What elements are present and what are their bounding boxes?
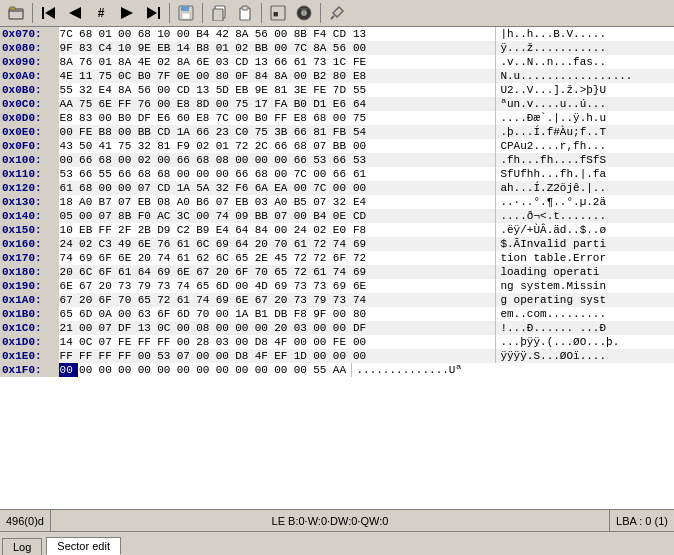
hex-cell[interactable]: 68 [312, 111, 332, 125]
hex-cell[interactable]: 53 [352, 153, 496, 167]
hex-cell[interactable]: 73 [312, 55, 332, 69]
hex-cell[interactable]: 76 [78, 55, 98, 69]
hex-cell[interactable]: 74 [332, 237, 352, 251]
hex-cell[interactable]: F0 [137, 209, 157, 223]
hex-cell[interactable]: 74 [59, 251, 79, 265]
hex-cell[interactable]: 14 [59, 335, 79, 349]
hex-cell[interactable]: FF [273, 111, 293, 125]
hex-cell[interactable]: 6E [234, 293, 254, 307]
hex-cell[interactable]: 3C [176, 209, 196, 223]
hex-cell[interactable]: 02 [195, 139, 215, 153]
hex-cell[interactable]: 75 [117, 139, 137, 153]
hex-cell[interactable]: 83 [78, 111, 98, 125]
hex-cell[interactable]: B5 [293, 195, 313, 209]
hex-cell[interactable]: 10 [117, 41, 137, 55]
hex-cell[interactable]: 24 [293, 223, 313, 237]
hex-cell[interactable]: 73 [156, 279, 176, 293]
hex-cell[interactable]: 7C [215, 111, 235, 125]
hex-cell[interactable]: 00 [195, 167, 215, 181]
hex-cell[interactable]: 76 [156, 237, 176, 251]
hex-cell[interactable]: 00 [352, 181, 496, 195]
hex-cell[interactable]: B7 [98, 195, 118, 209]
hex-cell[interactable]: 65 [234, 251, 254, 265]
hex-cell[interactable]: 81 [156, 139, 176, 153]
hex-cell[interactable]: FF [156, 335, 176, 349]
hex-cell[interactable]: 55 [59, 83, 79, 97]
hex-cell[interactable]: 00 [273, 41, 293, 55]
hex-cell[interactable]: 07 [98, 335, 118, 349]
hex-cell[interactable]: 61 [176, 251, 196, 265]
hex-cell[interactable]: EB [137, 195, 157, 209]
hex-cell[interactable]: E8 [59, 111, 79, 125]
hex-cell[interactable]: 00 [59, 125, 79, 139]
hex-cell[interactable]: 21 [59, 321, 79, 335]
hex-cell[interactable]: 66 [293, 125, 313, 139]
hex-cell[interactable]: 7D [332, 83, 352, 97]
hex-cell[interactable]: 6F [234, 265, 254, 279]
hex-cell[interactable]: 00 [332, 181, 352, 195]
hex-cell[interactable]: 70 [254, 265, 274, 279]
hex-cell[interactable]: 01 [215, 41, 235, 55]
table-row[interactable]: 0x1D0:140C07FEFFFF00280300D84F0000FE00..… [0, 335, 674, 349]
hex-cell[interactable]: CD [156, 181, 176, 195]
hex-cell[interactable]: 6E [137, 237, 157, 251]
hex-cell[interactable]: 68 [156, 167, 176, 181]
hex-cell[interactable]: EB [156, 41, 176, 55]
hex-cell[interactable]: 00 [59, 153, 79, 167]
hex-cell[interactable]: 00 [293, 181, 313, 195]
hex-cell[interactable]: CD [332, 27, 352, 41]
hex-cell[interactable]: 64 [234, 237, 254, 251]
next-button[interactable] [115, 2, 139, 24]
hex-cell[interactable]: 00 [156, 97, 176, 111]
hex-cell[interactable]: CD [352, 209, 496, 223]
hex-cell[interactable]: 00 [273, 363, 293, 377]
hex-cell[interactable]: 74 [195, 293, 215, 307]
hex-cell[interactable]: FE [352, 55, 496, 69]
hex-cell[interactable]: 3E [293, 83, 313, 97]
hex-cell[interactable]: 73 [293, 293, 313, 307]
hex-cell[interactable]: E0 [332, 223, 352, 237]
hex-cell[interactable]: B9 [195, 223, 215, 237]
hex-cell[interactable]: 7C [59, 27, 79, 41]
hex-cell[interactable]: 00 [273, 27, 293, 41]
hex-cell[interactable]: 83 [78, 41, 98, 55]
hex-cell[interactable]: 60 [176, 111, 196, 125]
hex-cell[interactable]: 8A [234, 27, 254, 41]
hex-cell[interactable]: FE [78, 125, 98, 139]
hex-cell[interactable]: 00 [195, 209, 215, 223]
hex-cell[interactable]: 00 [195, 69, 215, 83]
hex-cell[interactable]: E8 [195, 111, 215, 125]
hex-cell[interactable]: 66 [78, 167, 98, 181]
hex-cell[interactable]: 00 [352, 41, 496, 55]
hex-cell[interactable]: 66 [273, 55, 293, 69]
hex-cell[interactable]: F6 [234, 181, 254, 195]
hex-cell[interactable]: 80 [332, 69, 352, 83]
hex-cell[interactable]: 80 [352, 307, 496, 321]
hex-cell[interactable]: 61 [59, 181, 79, 195]
hex-cell[interactable]: 56 [332, 41, 352, 55]
hex-cell[interactable]: 81 [312, 125, 332, 139]
hex-cell[interactable]: 75 [234, 97, 254, 111]
hex-cell[interactable]: 00 [234, 279, 254, 293]
hex-cell[interactable]: 67 [78, 279, 98, 293]
hex-cell[interactable]: 4E [137, 55, 157, 69]
hex-cell[interactable]: 00 [293, 209, 313, 223]
disk-button[interactable] [292, 2, 316, 24]
hex-cell[interactable]: 8D [195, 97, 215, 111]
hex-cell[interactable]: 81 [273, 83, 293, 97]
hex-cell[interactable]: 00 [234, 111, 254, 125]
hex-cell[interactable]: EF [273, 349, 293, 363]
hex-cell[interactable]: BB [332, 139, 352, 153]
table-row[interactable]: 0x0E0:00FEB800BBCD1A6623C0753B6681FB54.þ… [0, 125, 674, 139]
hex-cell[interactable]: 65 [137, 293, 157, 307]
hex-cell[interactable]: 49 [117, 237, 137, 251]
hex-cell[interactable]: 72 [234, 139, 254, 153]
hex-cell[interactable]: 68 [195, 153, 215, 167]
hex-cell[interactable]: 20 [273, 321, 293, 335]
hex-cell[interactable]: 74 [332, 265, 352, 279]
hex-cell[interactable]: 68 [137, 167, 157, 181]
hex-cell[interactable]: 66 [332, 153, 352, 167]
hex-cell[interactable]: 13 [254, 55, 274, 69]
hex-cell[interactable]: B4 [312, 209, 332, 223]
hex-cell[interactable]: 6E [59, 279, 79, 293]
